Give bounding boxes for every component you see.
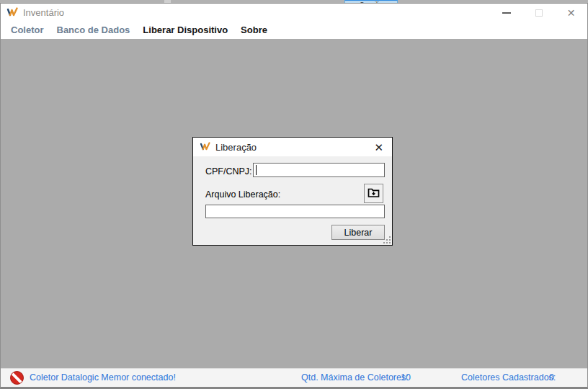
- liberar-button[interactable]: Liberar: [331, 225, 385, 240]
- status-bar: Coletor Datalogic Memor conectado! Qtd. …: [1, 368, 587, 387]
- blocked-icon: [10, 371, 24, 385]
- menu-item-banco-de-dados: Banco de Dados: [50, 22, 137, 39]
- menu-item-sobre[interactable]: Sobre: [234, 22, 274, 39]
- max-coletores-label: Qtd. Máxima de Coletores:: [301, 369, 409, 387]
- liberacao-dialog: Liberação ✕ CPF/CNPJ: Arquivo Liberação:…: [192, 137, 393, 246]
- max-coletores-value: 10: [401, 369, 411, 387]
- dialog-body: CPF/CNPJ: Arquivo Liberação: Liberar: [193, 156, 392, 245]
- coletores-cadastrados-label: Coletores Cadastrados:: [461, 369, 556, 387]
- menu-item-coletor: Coletor: [4, 22, 50, 39]
- dialog-logo-icon: [200, 140, 211, 153]
- menu-bar: Coletor Banco de Dados Liberar Dispositi…: [1, 22, 587, 39]
- arquivo-liberacao-input[interactable]: [205, 205, 385, 218]
- window-title: Inventário: [23, 7, 490, 18]
- screen: Concilia Inventário ✕ Coletor Banco de D…: [0, 0, 588, 389]
- resize-grip[interactable]: [384, 237, 391, 243]
- browse-file-button[interactable]: [364, 184, 383, 203]
- close-button[interactable]: ✕: [555, 4, 587, 22]
- arquivo-liberacao-label: Arquivo Liberação:: [205, 189, 280, 200]
- dialog-titlebar[interactable]: Liberação ✕: [193, 138, 392, 156]
- minimize-icon: [502, 12, 511, 14]
- minimize-button[interactable]: [490, 4, 522, 22]
- dialog-close-button[interactable]: ✕: [372, 140, 386, 154]
- close-icon: ✕: [567, 8, 576, 18]
- menu-item-liberar-dispositivo[interactable]: Liberar Dispositivo: [136, 22, 234, 39]
- text-caret: [256, 165, 257, 175]
- coletores-cadastrados-value: 0: [549, 369, 554, 387]
- maximize-button: [522, 4, 555, 22]
- open-folder-icon: [368, 187, 380, 200]
- window-titlebar[interactable]: Inventário ✕: [1, 4, 587, 22]
- cpf-cnpj-label: CPF/CNPJ:: [205, 166, 252, 176]
- dialog-title: Liberação: [215, 142, 372, 153]
- status-message: Coletor Datalogic Memor conectado!: [30, 369, 176, 387]
- maximize-icon: [535, 9, 543, 17]
- cpf-cnpj-input[interactable]: [253, 163, 385, 177]
- caption-controls: ✕: [490, 4, 587, 22]
- app-logo-icon: [6, 6, 19, 19]
